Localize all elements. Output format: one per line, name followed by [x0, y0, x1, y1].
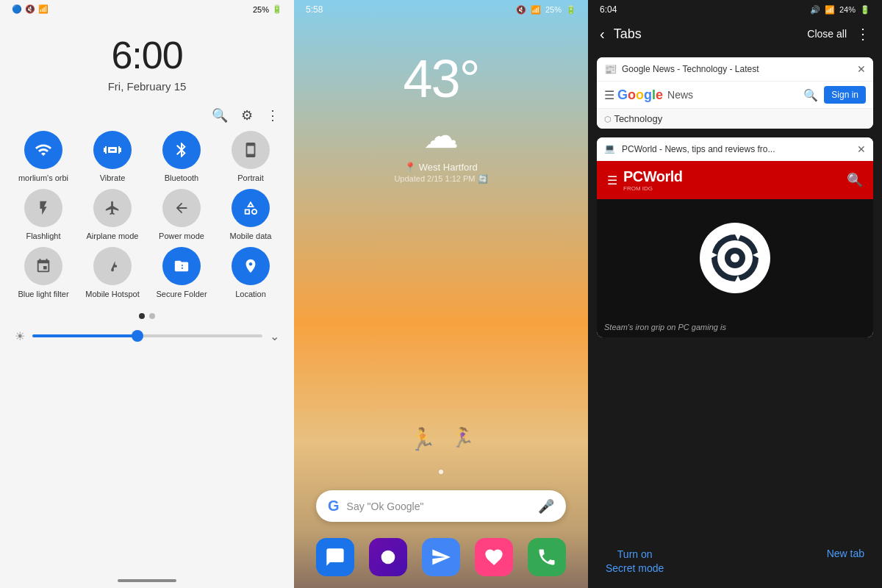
- browser-signal-icon: 📶: [825, 5, 835, 15]
- dock-fold[interactable]: [475, 538, 513, 576]
- runner-silhouettes: 🏃 🏃‍♀️: [294, 426, 588, 452]
- mobile-data-tile-label: Mobile data: [230, 232, 272, 241]
- browser-time: 6:04: [600, 4, 617, 15]
- search-placeholder: Say "Ok Google": [347, 501, 531, 512]
- gn-menu-icon: ☰: [604, 88, 614, 102]
- blue-light-tile-icon: [24, 247, 62, 285]
- close-pcworld-tab[interactable]: ✕: [857, 143, 866, 155]
- gn-search-icon[interactable]: 🔍: [803, 88, 818, 102]
- app-dock: [309, 538, 573, 576]
- airplane-tile-label: Airplane mode: [87, 232, 139, 241]
- tab-cards-container: 📰 Google News - Technology - Latest ✕ ☰ …: [588, 49, 882, 536]
- tile-portrait[interactable]: Portrait: [219, 131, 282, 183]
- gear-icon[interactable]: ⚙: [241, 107, 253, 123]
- gn-technology-label: ⬡ Technology: [597, 108, 873, 129]
- tile-vibrate[interactable]: Vibrate: [81, 131, 144, 183]
- clock-time: 6:00: [0, 33, 294, 77]
- home-time: 5:58: [306, 4, 323, 15]
- weather-widget: 43° ☁ 📍 West Hartford Updated 2/15 1:12 …: [294, 19, 588, 184]
- tile-power[interactable]: Power mode: [150, 189, 213, 241]
- vibrate-tile-icon: [93, 131, 132, 169]
- browser-status-bar: 6:04 🔊 📶 24% 🔋: [588, 0, 882, 19]
- tile-mobile-data[interactable]: Mobile data: [219, 189, 282, 241]
- flashlight-tile-label: Flashlight: [26, 232, 60, 241]
- secret-mode-button[interactable]: Turn on Secret mode: [606, 548, 664, 576]
- dock-messages[interactable]: [316, 538, 354, 576]
- tile-location[interactable]: Location: [219, 247, 282, 299]
- quick-tiles-grid: morlium's orbi Vibrate Bluetooth: [0, 131, 294, 300]
- tile-wifi[interactable]: morlium's orbi: [12, 131, 75, 183]
- svg-point-0: [381, 551, 395, 564]
- location-tile-label: Location: [235, 290, 266, 299]
- dock-space[interactable]: [369, 538, 407, 576]
- tabs-page-title: Tabs: [614, 26, 808, 42]
- status-right-icons: 25% 🔋: [253, 4, 282, 14]
- pcworld-menu-icon: ☰: [607, 173, 617, 187]
- bluetooth-tile-icon: [162, 131, 201, 169]
- notification-shade: 🔵 🔇 📶 25% 🔋 6:00 Fri, February 15 🔍 ⚙ ⋮ …: [0, 0, 294, 588]
- wifi-status-icon: 📶: [38, 4, 49, 14]
- more-options-button[interactable]: ⋮: [856, 25, 870, 43]
- tile-blue-light[interactable]: Blue light filter: [12, 247, 75, 299]
- google-logo: Google: [617, 87, 663, 103]
- home-battery-icon: 🔋: [566, 5, 576, 15]
- tile-hotspot[interactable]: Mobile Hotspot: [81, 247, 144, 299]
- search-icon[interactable]: 🔍: [212, 107, 228, 123]
- battery-icon: 🔋: [272, 4, 282, 14]
- power-tile-label: Power mode: [159, 232, 204, 241]
- status-bar-1: 🔵 🔇 📶 25% 🔋: [0, 0, 294, 18]
- battery-text: 25%: [253, 5, 269, 14]
- home-page-dots: [294, 470, 588, 474]
- microphone-icon[interactable]: 🎤: [538, 498, 554, 514]
- close-google-news-tab[interactable]: ✕: [857, 63, 866, 75]
- browser-tabs: 6:04 🔊 📶 24% 🔋 ‹ Tabs Close all ⋮ 📰 Goog…: [588, 0, 882, 588]
- steam-logo-svg: [698, 221, 772, 295]
- dot-1: [139, 313, 145, 319]
- airplane-tile-icon: [93, 189, 132, 227]
- tile-airplane[interactable]: Airplane mode: [81, 189, 144, 241]
- browser-battery: 24%: [839, 5, 856, 14]
- brightness-control[interactable]: ☀ ⌄: [0, 319, 294, 354]
- google-news-tab-title: Google News - Technology - Latest: [622, 64, 857, 74]
- more-options-icon[interactable]: ⋮: [266, 107, 279, 123]
- bluetooth-tile-label: Bluetooth: [165, 173, 198, 183]
- page-dots: [0, 313, 294, 319]
- close-all-button[interactable]: Close all: [807, 28, 847, 40]
- dock-direct[interactable]: [422, 538, 460, 576]
- pcworld-logo-text: PCWorld FROM IDG: [623, 168, 841, 192]
- dock-phone[interactable]: [528, 538, 566, 576]
- google-search-bar[interactable]: G Say "Ok Google" 🎤: [316, 490, 566, 522]
- mobile-data-tile-icon: [232, 189, 270, 227]
- back-button[interactable]: ‹: [600, 26, 605, 43]
- weather-cloud-icon: ☁: [294, 115, 588, 156]
- tab-card-google-news[interactable]: 📰 Google News - Technology - Latest ✕ ☰ …: [597, 57, 873, 129]
- tile-bluetooth[interactable]: Bluetooth: [150, 131, 213, 183]
- vibrate-tile-label: Vibrate: [100, 173, 126, 183]
- tile-secure-folder[interactable]: Secure Folder: [150, 247, 213, 299]
- pcworld-search-icon[interactable]: 🔍: [847, 172, 863, 188]
- pcworld-tab-title: PCWorld - News, tips and reviews fro...: [622, 144, 857, 154]
- steam-article-caption: Steam's iron grip on PC gaming is: [597, 317, 873, 337]
- blue-light-tile-label: Blue light filter: [18, 290, 68, 299]
- home-signal-icon: 📶: [531, 5, 541, 15]
- runner-1: 🏃: [409, 426, 436, 452]
- new-tab-button[interactable]: New tab: [827, 548, 864, 576]
- portrait-tile-label: Portrait: [237, 173, 263, 183]
- google-news-content: ☰ Google News 🔍 Sign in: [597, 81, 873, 108]
- hotspot-tile-icon: [93, 247, 132, 285]
- gn-news-label: News: [667, 89, 693, 101]
- dot-2: [149, 313, 155, 319]
- tab-card-pcworld[interactable]: 💻 PCWorld - News, tips and reviews fro..…: [597, 137, 873, 337]
- brightness-slider[interactable]: [32, 334, 262, 337]
- browser-bottom-bar: Turn on Secret mode New tab: [588, 536, 882, 588]
- steam-image: [597, 199, 873, 317]
- hotspot-tile-label: Mobile Hotspot: [85, 290, 139, 299]
- brightness-expand-icon[interactable]: ⌄: [270, 329, 279, 343]
- home-status-bar: 5:58 🔇 📶 25% 🔋: [294, 0, 588, 19]
- browser-status-icons: 🔊 📶 24% 🔋: [810, 4, 870, 15]
- weather-updated: Updated 2/15 1:12 PM 🔄: [294, 174, 588, 184]
- gn-signin-button[interactable]: Sign in: [824, 86, 866, 104]
- nav-pill: [118, 579, 176, 582]
- nav-bar-1: [0, 573, 294, 588]
- tile-flashlight[interactable]: Flashlight: [12, 189, 75, 241]
